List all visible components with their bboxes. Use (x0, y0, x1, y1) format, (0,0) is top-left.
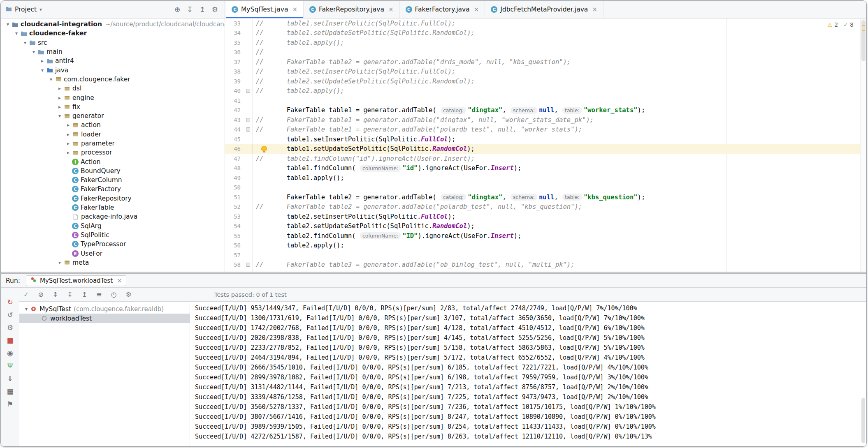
code-text[interactable]: table1.apply(); (252, 173, 344, 183)
code-line[interactable]: 56 table2.apply(); (225, 241, 866, 251)
line-number[interactable]: 36 (225, 49, 244, 55)
code-text[interactable]: // table1.findColumn("id").ignoreAct(Use… (252, 154, 475, 164)
show-ignored-button[interactable]: ⊘ (38, 291, 43, 298)
code-text[interactable]: // FakerTable table2 = generator.addTabl… (252, 57, 571, 67)
code-line[interactable]: 33// table1.setInsertPolitic(SqlPolitic.… (225, 18, 866, 28)
chevron-down-icon[interactable]: ▾ (30, 49, 37, 55)
code-text[interactable]: FakerTable table1 = generator.addTable( … (252, 106, 645, 115)
code-line[interactable]: 34// table1.setUpdateSetPolitic(SqlPolit… (225, 28, 866, 38)
code-line[interactable]: 50 (225, 183, 866, 193)
code-line[interactable]: 42 FakerTable table1 = generator.addTabl… (225, 106, 866, 115)
show-passed-button[interactable]: ✓ (23, 291, 29, 298)
rerun-failed-button[interactable]: ↺ (7, 311, 13, 319)
code-line[interactable]: 44// FakerTable table1 = generator.addTa… (225, 125, 866, 135)
code-line[interactable]: 38// table2.setInsertPolitic(SqlPolitic.… (225, 67, 866, 77)
code-line[interactable]: 47// table1.findColumn("id").ignoreAct(U… (225, 154, 866, 164)
tree-item-main[interactable]: ▾main (1, 47, 225, 56)
code-line[interactable]: 45 table1.setInsertPolitic(SqlPolitic.Fu… (225, 134, 866, 144)
code-line[interactable]: 46 table1.setUpdateSetPolitic(SqlPolitic… (225, 144, 866, 154)
chevron-down-icon[interactable]: ▾ (56, 113, 63, 119)
chevron-right-icon[interactable]: ▸ (56, 95, 63, 101)
project-title[interactable]: Project (15, 6, 37, 13)
tree-item-com.clougence.faker[interactable]: ▾com.clougence.faker (1, 75, 225, 84)
locate-button[interactable]: ⊕ (174, 6, 180, 13)
line-number[interactable]: 48 (225, 165, 244, 171)
tree-item-parameter[interactable]: ▸parameter (1, 139, 225, 148)
code-text[interactable]: // FakerTable table1 = generator.addTabl… (252, 125, 582, 135)
expand-all-button[interactable]: ↧ (67, 291, 72, 298)
chevron-down-icon[interactable]: ▾ (21, 40, 29, 46)
tree-item-processor[interactable]: ▸processor (1, 148, 225, 157)
stop-button[interactable]: ■ (7, 337, 13, 344)
code-line[interactable]: 57 (225, 250, 866, 260)
tree-item-FakerRepository[interactable]: CFakerRepository (1, 194, 225, 203)
code-text[interactable]: table1.setInsertPolitic(SqlPolitic.FullC… (252, 134, 455, 144)
line-number[interactable]: 51 (225, 194, 244, 201)
line-number[interactable]: 45 (225, 136, 244, 143)
tree-item-java[interactable]: ▾java (1, 65, 225, 74)
chevron-right-icon[interactable]: ▸ (65, 141, 72, 146)
intention-bulb-icon[interactable] (261, 146, 267, 152)
commented-block-icon[interactable] (246, 263, 250, 267)
code-line[interactable]: 43// FakerTable table1 = generator.addTa… (225, 115, 866, 125)
test-settings-button[interactable]: ⚙ (7, 324, 13, 331)
code-line[interactable]: 55 table2.findColumn( columnName:"ID").i… (225, 231, 866, 241)
line-number[interactable]: 43 (225, 117, 244, 123)
tree-item-generator[interactable]: ▾generator (1, 111, 225, 120)
tree-item-antlr4[interactable]: ▸antlr4 (1, 56, 225, 65)
code-line[interactable]: 48 table1.findColumn( columnName:"id").i… (225, 164, 866, 173)
sort-by-duration-button[interactable]: ↕ (53, 291, 58, 298)
chevron-down-icon[interactable]: ▾ (39, 7, 42, 12)
code-text[interactable]: table1.findColumn( columnName:"id").igno… (252, 164, 521, 173)
code-text[interactable]: // FakerTable table1 = generator.addTabl… (252, 115, 594, 125)
test-runner-settings-button[interactable]: ⚙ (125, 291, 131, 298)
tree-item-package-info.java[interactable]: package-info.java (1, 212, 225, 221)
close-icon[interactable]: × (292, 6, 297, 13)
collapse-all-button[interactable]: ↥ (200, 6, 205, 13)
code-line[interactable]: 53 table2.setInsertPolitic(SqlPolitic.Fu… (225, 212, 866, 222)
tree-item-engine[interactable]: ▸engine (1, 93, 225, 102)
line-number[interactable]: 55 (225, 233, 244, 239)
line-number[interactable]: 58 (225, 261, 244, 268)
import-results-button[interactable]: ⇓ (7, 375, 13, 382)
tab-FakerRepository.java[interactable]: CFakerRepository.java× (304, 1, 400, 18)
line-number[interactable]: 41 (225, 97, 244, 104)
code-text[interactable]: FakerTable table2 = generator.addTable( … (252, 192, 645, 202)
code-text[interactable]: // FakerTable table3 = generator.addTabl… (252, 260, 575, 270)
line-number[interactable]: 59 (225, 271, 244, 272)
code-line[interactable]: 54 table2.setUpdateSetPolitic(SqlPolitic… (225, 222, 866, 231)
code-line[interactable]: 58// FakerTable table3 = generator.addTa… (225, 260, 866, 270)
tree-item-SqlPolitic[interactable]: ESqlPolitic (1, 231, 225, 240)
code-line[interactable]: 51 FakerTable table2 = generator.addTabl… (225, 192, 866, 202)
tree-item-SqlArg[interactable]: CSqlArg (1, 222, 225, 231)
chevron-right-icon[interactable]: ▸ (39, 58, 46, 64)
tree-item-FakerTable[interactable]: CFakerTable (1, 203, 225, 212)
line-number[interactable]: 50 (225, 184, 244, 191)
commented-block-icon[interactable] (246, 118, 250, 122)
chevron-right-icon[interactable]: ▸ (65, 122, 72, 128)
close-icon[interactable]: × (388, 6, 394, 13)
code-text[interactable]: table2.apply(); (252, 241, 344, 251)
tree-item-BoundQuery[interactable]: CBoundQuery (1, 166, 225, 176)
tree-item-FakerFactory[interactable]: CFakerFactory (1, 185, 225, 194)
code-text[interactable]: // table1.setUpdateSetPolitic(SqlPolitic… (252, 28, 475, 38)
warning-stripe-mark[interactable] (862, 25, 865, 26)
code-text[interactable] (252, 183, 256, 193)
code-text[interactable]: table1.setUpdateSetPolitic(SqlPolitic.Ra… (252, 144, 475, 154)
expand-all-button[interactable]: ↧ (187, 6, 193, 13)
options-menu-button[interactable]: ≡ (96, 291, 102, 298)
code-text[interactable]: // table2.apply(); (252, 86, 344, 96)
code-text[interactable]: // (252, 48, 264, 58)
code-line[interactable]: 39// table2.setUpdateSetPolitic(SqlPolit… (225, 76, 866, 86)
close-icon[interactable]: × (474, 6, 479, 13)
layout-button[interactable]: ▦ (7, 388, 13, 395)
console-scrollbar-thumb[interactable] (861, 398, 865, 443)
line-number[interactable]: 53 (225, 213, 244, 220)
line-number[interactable]: 47 (225, 155, 244, 162)
line-number[interactable]: 52 (225, 203, 244, 210)
inspections-widget[interactable]: ⚠ 2 ✓ 8 (826, 21, 856, 28)
line-number[interactable]: 46 (225, 145, 244, 152)
tab-FakerFactory.java[interactable]: CFakerFactory.java× (400, 1, 485, 18)
chevron-right-icon[interactable]: ▸ (65, 132, 72, 137)
run-tab[interactable]: MySqlTest.workloadTest × (26, 275, 126, 286)
